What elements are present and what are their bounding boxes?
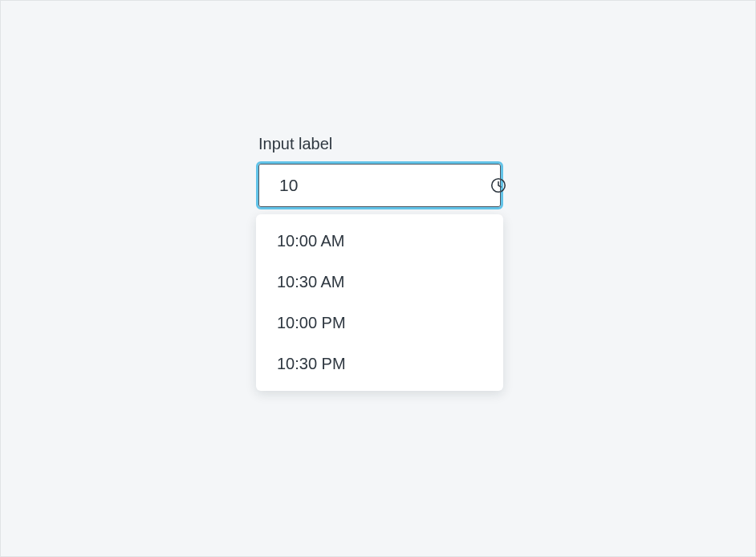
time-option[interactable]: 10:00 AM: [256, 221, 503, 262]
clock-icon[interactable]: [490, 176, 507, 195]
time-input-label: Input label: [256, 135, 503, 153]
time-picker: Input label 10:00 AM 10:30 AM 10:00 PM 1…: [256, 135, 503, 391]
time-option[interactable]: 10:00 PM: [256, 303, 503, 344]
time-input[interactable]: [279, 176, 490, 195]
time-input-field[interactable]: [256, 161, 503, 209]
time-option[interactable]: 10:30 AM: [256, 262, 503, 303]
time-options-dropdown: 10:00 AM 10:30 AM 10:00 PM 10:30 PM: [256, 214, 503, 391]
time-option[interactable]: 10:30 PM: [256, 344, 503, 384]
